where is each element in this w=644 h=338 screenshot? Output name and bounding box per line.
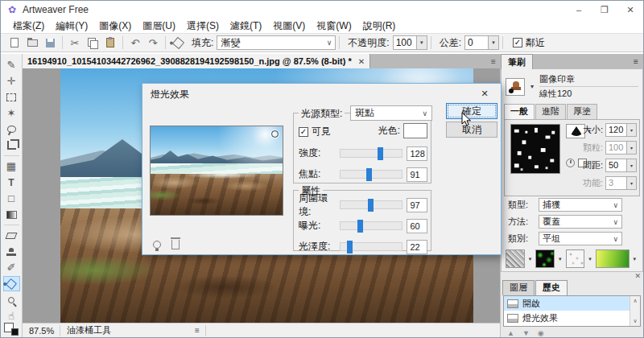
pattern-swatch[interactable] — [535, 249, 555, 268]
control-value[interactable]: 120 — [605, 123, 627, 137]
slider-thumb[interactable] — [366, 168, 372, 181]
eraser-tool[interactable] — [3, 228, 20, 243]
slider-value[interactable]: 97 — [407, 198, 427, 212]
close-button[interactable]: ✕ — [617, 1, 643, 19]
cut-button[interactable]: ✂ — [66, 35, 84, 51]
control-spinner[interactable]: ▾ — [627, 123, 637, 137]
tab-history[interactable]: 歷史 — [535, 280, 568, 295]
panel-close-icon[interactable]: ✕ — [634, 272, 641, 280]
menu-item[interactable]: 視圖(V) — [267, 19, 311, 33]
lasso-tool[interactable] — [3, 122, 20, 137]
menu-item[interactable]: 濾鏡(T) — [225, 19, 267, 33]
select-box[interactable]: 覆蓋 ∨ — [539, 215, 622, 229]
slider-track[interactable] — [340, 221, 402, 230]
new-file-button[interactable] — [6, 35, 23, 51]
control-value[interactable]: 100 — [605, 141, 627, 155]
slider-track[interactable] — [340, 242, 402, 251]
slider-track[interactable] — [340, 170, 402, 179]
text-tool[interactable]: T — [3, 175, 20, 190]
history-forward-icon[interactable]: ▼ — [522, 329, 530, 337]
color-wells[interactable] — [4, 323, 19, 336]
slice-tool[interactable]: ▦ — [3, 159, 20, 174]
maximize-button[interactable]: ❒ — [592, 1, 617, 19]
gradient-swatch[interactable] — [596, 249, 630, 268]
gradient-tool[interactable] — [3, 207, 20, 222]
clone-stamp-tool[interactable] — [3, 244, 20, 259]
light-type-dropdown[interactable]: 斑點 ∨ — [350, 105, 432, 121]
menu-item[interactable]: 選擇(S) — [181, 19, 225, 33]
history-snapshot-icon[interactable]: ◉ — [538, 329, 544, 337]
minimize-button[interactable]: – — [566, 1, 592, 19]
move-tool[interactable]: ✛ — [3, 73, 20, 89]
pattern-swatch-dropdown[interactable]: ▾ — [556, 252, 564, 266]
zoom-tool[interactable] — [3, 292, 20, 307]
slider-value[interactable]: 91 — [407, 167, 427, 182]
scroll-up-icon[interactable]: ∧ — [633, 298, 637, 304]
brush-subtab[interactable]: 厚塗 — [567, 104, 597, 119]
control-spinner[interactable]: ▾ — [627, 176, 637, 190]
menu-item[interactable]: 圖層(U) — [137, 19, 181, 33]
menu-item[interactable]: 編輯(Y) — [50, 19, 93, 33]
panel-menu-icon[interactable]: ≡ — [629, 57, 643, 66]
slider-thumb[interactable] — [368, 199, 374, 212]
tab-list-button[interactable]: ≡ — [487, 54, 500, 68]
texture-swatch-dropdown[interactable]: ▾ — [526, 252, 534, 266]
slider-track[interactable] — [340, 149, 402, 158]
open-file-button[interactable] — [23, 35, 41, 51]
brush-preset-thumbnail[interactable] — [506, 78, 525, 96]
tab-layers[interactable]: 圖層 — [502, 280, 535, 295]
select-box[interactable]: 平坦 ∨ — [539, 232, 622, 245]
menu-item[interactable]: 檔案(Z) — [7, 19, 50, 33]
brush-texture-preview[interactable] — [510, 124, 560, 174]
zoom-level[interactable]: 87.5% — [23, 326, 60, 336]
copy-button[interactable] — [84, 35, 101, 51]
slider-thumb[interactable] — [357, 220, 363, 233]
shape-tool[interactable]: □ — [3, 191, 20, 206]
undo-button[interactable]: ↶ — [126, 35, 144, 51]
menu-item[interactable]: 圖像(X) — [93, 19, 137, 33]
slider-thumb[interactable] — [347, 241, 353, 254]
ok-button[interactable]: 確定 — [446, 103, 497, 119]
contiguous-checkbox[interactable]: ✓ — [513, 38, 522, 47]
light-source-handle[interactable] — [271, 130, 279, 138]
dialog-close-button[interactable]: ✕ — [475, 86, 494, 101]
opacity-spinner[interactable]: ▾ — [417, 35, 427, 50]
save-button[interactable] — [41, 35, 59, 51]
visible-checkbox[interactable]: ✓ — [299, 127, 308, 137]
menu-item[interactable]: 說明(R) — [357, 19, 402, 33]
eyedropper-tool[interactable]: ✐ — [3, 260, 20, 275]
brush-tool[interactable]: ✎ — [3, 57, 20, 72]
scatter-swatch[interactable] — [566, 249, 585, 268]
brush-panel-tab[interactable]: 筆刷 — [501, 54, 533, 69]
brush-subtab[interactable]: 進階 — [535, 104, 566, 119]
history-scrollbar[interactable]: ∧ ∨ — [630, 296, 640, 326]
opacity-input[interactable]: 100 — [393, 35, 417, 50]
delete-light-trash-icon[interactable] — [171, 240, 180, 249]
tolerance-spinner[interactable]: ▾ — [489, 35, 499, 50]
light-color-swatch[interactable] — [403, 123, 427, 138]
hand-tool[interactable]: ☝ — [3, 308, 20, 324]
history-item[interactable]: 燈光效果 — [504, 311, 630, 325]
brush-preset-dropdown[interactable]: ▾ — [528, 78, 536, 96]
document-close-icon[interactable]: ✕ — [358, 57, 365, 66]
slider-track[interactable] — [340, 200, 402, 209]
status-menu-icon[interactable]: ≡ — [189, 326, 205, 335]
redo-button[interactable]: ↷ — [144, 35, 162, 51]
menu-item[interactable]: 視窗(W) — [311, 19, 357, 33]
scatter-swatch-dropdown[interactable]: ▾ — [586, 252, 593, 266]
history-item[interactable]: 開啟 — [504, 296, 630, 311]
control-value[interactable]: 3 — [605, 176, 627, 190]
slider-value[interactable]: 128 — [407, 146, 427, 161]
control-value[interactable]: 50 — [605, 159, 627, 172]
control-spinner[interactable]: ▾ — [627, 141, 637, 155]
paint-bucket-tool[interactable] — [3, 276, 20, 291]
slider-thumb[interactable] — [378, 147, 383, 160]
brush-subtab[interactable]: 一般 — [504, 104, 535, 119]
background-color-swatch[interactable] — [11, 328, 19, 336]
magic-wand-tool[interactable]: ✶ — [3, 105, 20, 121]
paste-button[interactable] — [101, 35, 119, 51]
add-light-bulb-icon[interactable] — [153, 241, 161, 249]
history-back-icon[interactable]: ▲ — [507, 329, 514, 337]
fill-dropdown[interactable]: 漸變 ∨ — [217, 35, 336, 50]
select-box[interactable]: 捕獲 ∨ — [539, 198, 622, 212]
